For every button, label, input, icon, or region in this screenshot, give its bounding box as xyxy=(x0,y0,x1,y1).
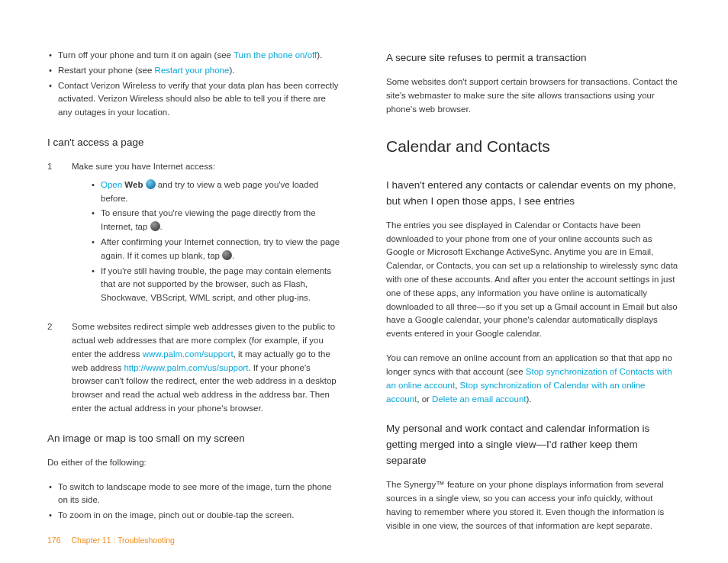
text: , or xyxy=(417,394,432,404)
list-item: Contact Verizon Wireless to verify that … xyxy=(47,79,342,120)
web-globe-icon xyxy=(146,179,156,189)
list-item: Turn off your phone and turn it on again… xyxy=(47,49,342,63)
list-item: To zoom in on the image, pinch out or do… xyxy=(47,509,342,523)
heading-image-small: An image or map is too small on my scree… xyxy=(47,431,342,447)
heading-entries: I haven't entered any contacts or calend… xyxy=(386,178,681,210)
reload-icon xyxy=(150,221,160,231)
text: ). xyxy=(526,394,531,404)
text: To switch to landscape mode to see more … xyxy=(58,482,332,505)
text: Restart your phone (see xyxy=(58,66,155,75)
entries-text: The entries you see displayed in Calenda… xyxy=(386,219,681,341)
text: . xyxy=(232,251,234,260)
step-2: 2 Some websites redirect simple web addr… xyxy=(47,320,342,416)
heading-cant-access: I can't access a page xyxy=(47,135,342,151)
link-restart-phone[interactable]: Restart your phone xyxy=(155,66,230,75)
page-content: Turn off your phone and turn it on again… xyxy=(0,0,728,563)
list-item: Open Web and try to view a web page you'… xyxy=(90,179,342,206)
link-palm-support[interactable]: www.palm.com/support xyxy=(143,349,234,359)
page-number: 176 xyxy=(47,536,61,545)
reload-icon xyxy=(222,250,232,260)
link-palm-us-support[interactable]: http://www.palm.com/us/support xyxy=(124,363,248,372)
chapter-label: Chapter 11 : Troubleshooting xyxy=(72,536,175,545)
remove-account-text: You can remove an online account from an… xyxy=(386,352,681,406)
link-turn-phone[interactable]: Turn the phone on/off xyxy=(234,50,317,60)
text: To ensure that you're viewing the page d… xyxy=(101,208,316,231)
text: . xyxy=(160,222,163,231)
image-bullets: To switch to landscape mode to see more … xyxy=(47,481,342,523)
synergy-text: The Synergy™ feature on your phone displ… xyxy=(386,478,681,532)
text: ). xyxy=(229,66,234,75)
do-either-text: Do either of the following: xyxy=(47,456,342,470)
page-footer: 176Chapter 11 : Troubleshooting xyxy=(47,534,175,546)
secure-site-text: Some websites don't support certain brow… xyxy=(386,76,681,116)
link-open[interactable]: Open xyxy=(101,180,122,189)
link-delete-email[interactable]: Delete an email account xyxy=(432,394,526,404)
text: Make sure you have Internet access: xyxy=(72,162,215,171)
text: If you're still having trouble, the page… xyxy=(101,266,331,303)
step-number: 2 xyxy=(47,320,72,416)
list-item: To switch to landscape mode to see more … xyxy=(47,481,342,508)
right-column: A secure site refuses to permit a transa… xyxy=(386,46,681,543)
left-column: Turn off your phone and turn it on again… xyxy=(47,46,342,543)
step1-bullets: Open Web and try to view a web page you'… xyxy=(90,179,342,305)
top-bullet-list: Turn off your phone and turn it on again… xyxy=(47,49,342,120)
web-label: Web xyxy=(124,180,143,189)
text: After confirming your Internet connectio… xyxy=(101,237,340,260)
text: To zoom in on the image, pinch out or do… xyxy=(58,510,294,520)
heading-secure-site: A secure site refuses to permit a transa… xyxy=(386,50,681,66)
list-item: If you're still having trouble, the page… xyxy=(90,265,342,305)
step-1: 1 Make sure you have Internet access: Op… xyxy=(47,160,342,313)
list-item: Restart your phone (see Restart your pho… xyxy=(47,64,342,78)
list-item: After confirming your Internet connectio… xyxy=(90,236,342,263)
text: Turn off your phone and turn it on again… xyxy=(58,50,234,60)
heading-calendar-contacts: Calendar and Contacts xyxy=(386,134,681,159)
text: Contact Verizon Wireless to verify that … xyxy=(58,81,339,117)
step-number: 1 xyxy=(47,160,72,313)
text: ). xyxy=(317,50,322,60)
heading-merged: My personal and work contact and calenda… xyxy=(386,421,681,469)
list-item: To ensure that you're viewing the page d… xyxy=(90,207,342,234)
